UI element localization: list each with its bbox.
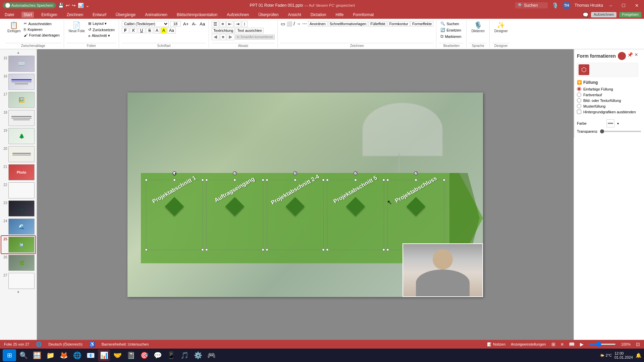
accessibility-status[interactable]: Barrierefreiheit: Untersuchen [102, 342, 149, 346]
shape-square[interactable]: ▭ [280, 21, 285, 27]
notes-btn[interactable]: 📝 Notizen [487, 342, 505, 347]
slide-thumb-17[interactable]: 17 🖼️ [1, 91, 35, 109]
btn-suchen[interactable]: 🔍 Suchen [439, 21, 460, 26]
format-panel-close-icon[interactable]: ✕ [634, 52, 638, 60]
color-arrow-icon[interactable]: ▾ [617, 122, 619, 125]
menu-zeichnen[interactable]: Zeichnen [65, 12, 85, 18]
arrow-1[interactable]: ↺ Projektabschnitt 1 [144, 176, 205, 253]
outline-btn[interactable]: Formkontur [388, 21, 410, 26]
taskbar-app6[interactable]: 🎮 [205, 349, 217, 361]
slide-thumb-22[interactable]: 22 [1, 182, 35, 199]
menu-dictation[interactable]: Dictation [309, 12, 328, 18]
font-color-btn[interactable]: A [154, 27, 160, 34]
menu-uebergaenge[interactable]: Übergänge [114, 12, 138, 18]
menu-formformat[interactable]: Formformat [351, 12, 376, 18]
radio-einfarbige[interactable] [577, 87, 581, 91]
option-muster[interactable]: Musterfüllung [577, 104, 638, 108]
taskbar-notification[interactable]: 🔔 [636, 353, 641, 358]
highlight-btn[interactable]: A [161, 27, 167, 34]
arrange-btn[interactable]: Anordnen [308, 21, 327, 26]
align-right-btn[interactable]: ⫸ [227, 34, 234, 40]
btn-neue-folie[interactable]: 📄 Neue Folie [67, 21, 87, 34]
taskbar-onenote[interactable]: 📓 [125, 349, 137, 361]
slide-thumb-27[interactable]: 27 [1, 272, 35, 290]
color-picker[interactable] [606, 119, 614, 127]
arrow-2[interactable]: ↺ Auftragseingang [205, 176, 265, 253]
taskbar-outlook[interactable]: 📧 [85, 349, 97, 361]
redo-icon[interactable]: ↪ [72, 3, 76, 8]
align-center-btn[interactable]: ≡ [220, 34, 226, 40]
bold-btn[interactable]: F [122, 28, 129, 33]
dictation-icon[interactable]: 🎙️ [552, 2, 558, 9]
format-panel-pin-icon[interactable]: 📌 [627, 52, 633, 60]
view-outline-btn[interactable]: ≡ [561, 342, 564, 347]
taskbar-search[interactable]: 🔍 [17, 349, 30, 361]
italic-btn[interactable]: K [130, 28, 137, 33]
font-shrink-icon[interactable]: A- [191, 21, 197, 27]
btn-kopieren[interactable]: ⎘ Kopieren [22, 27, 61, 32]
view-normal-btn[interactable]: ⊞ [551, 342, 555, 347]
shape-more[interactable]: ⋯ [302, 21, 307, 27]
fill-icon-active[interactable]: ⬡ [579, 64, 589, 75]
undo-icon[interactable]: ↩ [66, 3, 70, 8]
shape-effect-btn[interactable]: Formeffekte [411, 21, 434, 26]
section-header-filling[interactable]: 🔽 Füllung [577, 80, 638, 85]
slide-thumb-26[interactable]: 26 🌿 [1, 254, 35, 272]
numbered-list-btn[interactable]: ≡ [220, 21, 226, 27]
taskbar-chrome[interactable]: 🌐 [71, 349, 83, 361]
btn-zuruecksetzen[interactable]: ↺ Zurücksetzen [87, 27, 116, 33]
taskbar-app4[interactable]: 🎵 [178, 349, 191, 361]
arrow-5[interactable]: ↺ Projektabschluss [386, 176, 446, 253]
shape-line[interactable]: / [293, 21, 295, 27]
scroll-up-btn[interactable]: ▲ [1, 51, 35, 54]
text-direction-btn[interactable]: Textrichtung [212, 28, 235, 33]
view-settings-btn[interactable]: Anzeigeeinstellungen [511, 342, 546, 346]
clear-format-icon[interactable]: Aa [199, 21, 206, 27]
btn-markieren[interactable]: ⊡ Markieren [439, 34, 463, 39]
zoom-slider[interactable] [589, 344, 616, 345]
menu-start[interactable]: Start [21, 12, 34, 18]
presentation-icon[interactable]: 📊 [78, 3, 84, 8]
menu-ansicht[interactable]: Ansicht [286, 12, 303, 18]
close-btn[interactable]: ✕ [632, 2, 641, 9]
radio-bild[interactable] [577, 98, 581, 103]
btn-layout[interactable]: ⊞ Layout ▾ [87, 21, 116, 26]
font-size-input[interactable] [170, 21, 181, 26]
indent-increase-btn[interactable]: ⇥ [234, 21, 241, 27]
radio-farbverlauf[interactable] [577, 93, 581, 97]
taskbar-teams[interactable]: 🤝 [111, 349, 123, 361]
quick-styles-btn[interactable]: Schnellformat­vorlagen [328, 21, 368, 26]
menu-animationen[interactable]: Animationen [143, 12, 169, 18]
slide-thumb-23[interactable]: 23 🌑 [1, 200, 35, 217]
align-left-btn[interactable]: ⫷ [212, 34, 219, 40]
view-reading-btn[interactable]: 📖 [569, 342, 575, 347]
taskbar-powerpoint[interactable]: 📊 [98, 349, 110, 361]
btn-diktieren[interactable]: 🎙️ Diktieren [469, 21, 486, 34]
menu-aufzeichnen[interactable]: Aufzeichnen [225, 12, 251, 18]
arrow-3[interactable]: ↺ Projektabschnitt 2-4 [265, 176, 325, 253]
search-box[interactable]: 🔍 Suchen [515, 2, 548, 8]
btn-format-uebertragen[interactable]: 🖌 Format übertragen [22, 33, 61, 38]
slide-thumb-15[interactable]: 15 ⌨️ [1, 55, 35, 72]
font-name-select[interactable]: Calibri (Textkörper) [122, 21, 169, 27]
slide-thumb-24[interactable]: 24 🌊 [1, 218, 35, 235]
scroll-up-indicator[interactable]: ▲ [303, 52, 307, 57]
autosave-toggle[interactable]: Automatisches Speichern [3, 2, 56, 8]
taskbar-app5[interactable]: ⚙️ [192, 349, 204, 361]
menu-ueberpruefen[interactable]: Überprüfen [256, 12, 280, 18]
menu-datei[interactable]: Datei [3, 12, 16, 18]
font-grow-icon[interactable]: A+ [182, 21, 190, 27]
btn-einfuegen[interactable]: 📋 Einfügen [5, 21, 22, 34]
zoom-fit-btn[interactable]: ⊡ [636, 342, 640, 347]
slide-canvas[interactable]: ↺ Projektabschnitt 1 ↺ Auftragsei [127, 93, 483, 297]
option-farbverlauf[interactable]: Farbverlauf [577, 93, 638, 97]
minimize-btn[interactable]: – [607, 2, 615, 9]
smartart-btn[interactable]: In SmartArt konvertieren [235, 35, 275, 40]
fill-effect-btn[interactable]: Fülleffekt [369, 21, 387, 26]
taskbar-app1[interactable]: 🎯 [138, 349, 150, 361]
option-hintergrund[interactable]: Hintergrundgrafiken ausblenden [577, 110, 638, 114]
option-einfarbige[interactable]: Einfarbige Füllung [577, 87, 638, 91]
slide-thumb-25[interactable]: 25 ➡️ [1, 236, 35, 253]
checkbox-hintergrund[interactable] [577, 110, 581, 114]
text-align-btn[interactable]: Text ausrichten [235, 28, 264, 33]
